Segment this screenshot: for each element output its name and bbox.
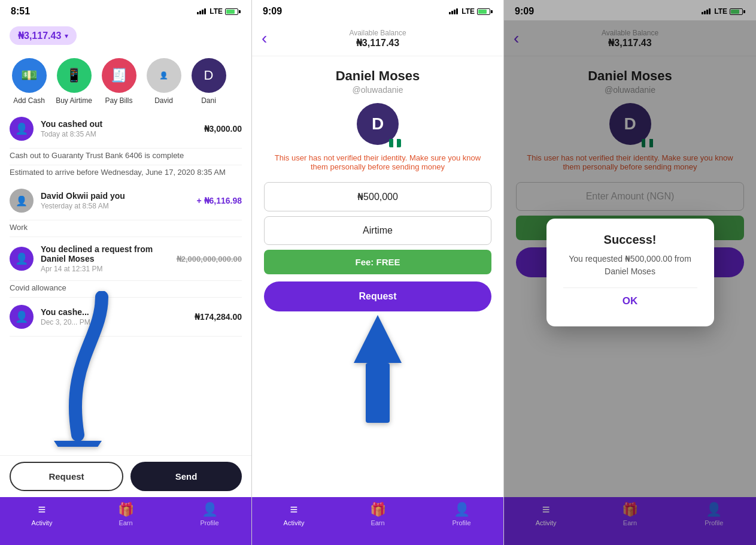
bottom-nav-1: ≡ Activity 🎁 Earn 👤 Profile bbox=[0, 497, 251, 545]
activity-info-3: You declined a request from Daniel Moses… bbox=[41, 244, 169, 273]
chevron-down-icon-1: ▾ bbox=[65, 32, 68, 40]
activity-amount-1: ₦3,000.00 bbox=[204, 124, 242, 134]
avatar-3: 👤 bbox=[10, 247, 34, 271]
lte-label-2: LTE bbox=[462, 7, 475, 16]
avatar-2: 👤 bbox=[10, 189, 34, 213]
lte-label-1: LTE bbox=[210, 7, 223, 16]
pay-bills-button[interactable]: 🧾 Pay Bills bbox=[99, 58, 138, 105]
buy-airtime-label: Buy Airtime bbox=[56, 96, 92, 105]
nav-earn-1[interactable]: 🎁 Earn bbox=[84, 502, 168, 526]
activity-info-1: You cashed out Today at 8:35 AM bbox=[41, 119, 197, 138]
earn-label-2: Earn bbox=[371, 519, 384, 526]
activity-amount-4: ₦174,284.00 bbox=[195, 312, 242, 322]
request-form-2: ₦500,000 Airtime Fee: FREE Request bbox=[252, 176, 503, 321]
battery-icon-1 bbox=[225, 8, 241, 15]
success-dialog-overlay: Success! You requested ₦500,000.00 from … bbox=[504, 0, 756, 545]
avatar-1: 👤 bbox=[10, 117, 34, 141]
nigeria-flag-icon-2 bbox=[389, 139, 401, 147]
activity-info-4: You cashe... Dec 3, 20... PM bbox=[41, 307, 187, 326]
add-cash-icon: 💵 bbox=[12, 58, 47, 93]
buy-airtime-button[interactable]: 📱 Buy Airtime bbox=[54, 58, 93, 105]
activity-icon-1: ≡ bbox=[38, 502, 46, 517]
memo-input-2[interactable]: Airtime bbox=[264, 216, 491, 245]
phone-screen-2: 9:09 LTE ‹ Available Balance ₦3,117.43 D… bbox=[252, 0, 504, 545]
earn-icon-1: 🎁 bbox=[118, 502, 134, 517]
activity-amount-3: ₦2,000,000,000.00 bbox=[177, 255, 242, 264]
list-item[interactable]: 👤 You cashe... Dec 3, 20... PM ₦174,284.… bbox=[10, 298, 242, 337]
activity-note-2: Work bbox=[10, 220, 242, 237]
activity-date-4: Dec 3, 20... PM bbox=[41, 318, 187, 326]
activity-note-3: Covid allowance bbox=[10, 281, 242, 298]
activity-label-2: Activity bbox=[284, 519, 305, 526]
status-icons-1: LTE bbox=[197, 7, 241, 16]
ok-button[interactable]: OK bbox=[563, 287, 697, 314]
bottom-buttons-1: Request Send bbox=[0, 455, 251, 497]
earn-icon-2: 🎁 bbox=[370, 502, 386, 517]
status-icons-2: LTE bbox=[449, 7, 493, 16]
nav-earn-2[interactable]: 🎁 Earn bbox=[336, 502, 420, 526]
request-button-1[interactable]: Request bbox=[10, 462, 123, 491]
recipient-name-2: Daniel Moses bbox=[336, 68, 420, 84]
list-item[interactable]: 👤 You declined a request from Daniel Mos… bbox=[10, 237, 242, 281]
back-button-2[interactable]: ‹ bbox=[262, 29, 267, 48]
send-button-1[interactable]: Send bbox=[130, 462, 242, 491]
list-item[interactable]: 👤 David Okwii paid you Yesterday at 8:58… bbox=[10, 181, 242, 220]
action-row-1: 💵 Add Cash 📱 Buy Airtime 🧾 Pay Bills 👤 D… bbox=[0, 52, 251, 110]
success-dialog: Success! You requested ₦500,000.00 from … bbox=[546, 219, 714, 326]
nav-activity-2[interactable]: ≡ Activity bbox=[252, 502, 336, 526]
activity-info-2: David Okwii paid you Yesterday at 8:58 A… bbox=[41, 191, 189, 210]
add-cash-label: Add Cash bbox=[13, 96, 45, 105]
amount-input-2[interactable]: ₦500,000 bbox=[264, 182, 491, 211]
request-button-2[interactable]: Request bbox=[264, 281, 491, 311]
recipient-avatar-2: D bbox=[357, 103, 399, 145]
activity-list-1: 👤 You cashed out Today at 8:35 AM ₦3,000… bbox=[0, 110, 251, 455]
phone-screen-1: 8:51 LTE ₦3,117.43 ▾ bbox=[0, 0, 252, 545]
phone-screen-3: 9:09 LTE ‹ Available Balance ₦3,117.43 D… bbox=[504, 0, 756, 545]
bottom-nav-2: ≡ Activity 🎁 Earn 👤 Profile bbox=[252, 497, 503, 545]
screen2-header: ‹ Available Balance ₦3,117.43 bbox=[252, 20, 503, 56]
activity-date-2: Yesterday at 8:58 AM bbox=[41, 202, 189, 210]
screen2-main: ‹ Available Balance ₦3,117.43 Daniel Mos… bbox=[252, 20, 503, 497]
profile-label-2: Profile bbox=[452, 519, 470, 526]
balance-amount-1: ₦3,117.43 bbox=[18, 30, 61, 41]
activity-label-1: Activity bbox=[32, 519, 53, 526]
recipient-username-2: @oluwadanie bbox=[352, 85, 403, 95]
activity-sub-1: Estimated to arrive before Wednesday, Ju… bbox=[10, 165, 242, 181]
activity-note-1: Cash out to Guaranty Trust Bank 6406 is … bbox=[10, 149, 242, 165]
time-2: 9:09 bbox=[263, 6, 282, 17]
list-item[interactable]: 👤 You cashed out Today at 8:35 AM ₦3,000… bbox=[10, 110, 242, 149]
david-label: David bbox=[154, 96, 173, 105]
activity-title-4: You cashe... bbox=[41, 307, 187, 317]
contact-david-button[interactable]: 👤 David bbox=[144, 58, 183, 105]
status-bar-1: 8:51 LTE bbox=[0, 0, 251, 20]
nav-activity-1[interactable]: ≡ Activity bbox=[0, 502, 84, 526]
activity-title-2: David Okwii paid you bbox=[41, 191, 189, 201]
activity-date-3: Apr 14 at 12:31 PM bbox=[41, 265, 169, 273]
pay-bills-label: Pay Bills bbox=[105, 96, 132, 105]
screen1-main: ₦3,117.43 ▾ 💵 Add Cash 📱 Buy Airtime 🧾 P… bbox=[0, 20, 251, 455]
status-bar-2: 9:09 LTE bbox=[252, 0, 503, 20]
activity-title-3: You declined a request from Daniel Moses bbox=[41, 244, 169, 264]
david-avatar: 👤 bbox=[147, 58, 181, 93]
activity-amount-2: + ₦6,116.98 bbox=[196, 196, 242, 205]
fee-bar-2: Fee: FREE bbox=[264, 250, 491, 274]
nav-profile-2[interactable]: 👤 Profile bbox=[420, 502, 503, 526]
buy-airtime-icon: 📱 bbox=[57, 58, 92, 93]
avatar-4: 👤 bbox=[10, 305, 34, 329]
activity-icon-2: ≡ bbox=[290, 502, 298, 517]
success-title: Success! bbox=[563, 233, 697, 247]
dani-avatar: D bbox=[192, 58, 226, 93]
screen1-header: ₦3,117.43 ▾ bbox=[0, 20, 251, 52]
recipient-section-2: Daniel Moses @oluwadanie D bbox=[252, 56, 503, 145]
balance-pill[interactable]: ₦3,117.43 ▾ bbox=[10, 26, 77, 45]
time-1: 8:51 bbox=[11, 6, 30, 17]
profile-icon-2: 👤 bbox=[454, 502, 470, 517]
activity-date-1: Today at 8:35 AM bbox=[41, 130, 197, 138]
signal-icon-2 bbox=[449, 8, 458, 14]
success-message: You requested ₦500,000.00 from Daniel Mo… bbox=[563, 253, 697, 278]
add-cash-button[interactable]: 💵 Add Cash bbox=[10, 58, 48, 105]
activity-title-1: You cashed out bbox=[41, 119, 197, 129]
nav-profile-1[interactable]: 👤 Profile bbox=[168, 502, 251, 526]
contact-dani-button[interactable]: D Dani bbox=[189, 58, 228, 105]
pay-bills-icon: 🧾 bbox=[102, 58, 136, 93]
